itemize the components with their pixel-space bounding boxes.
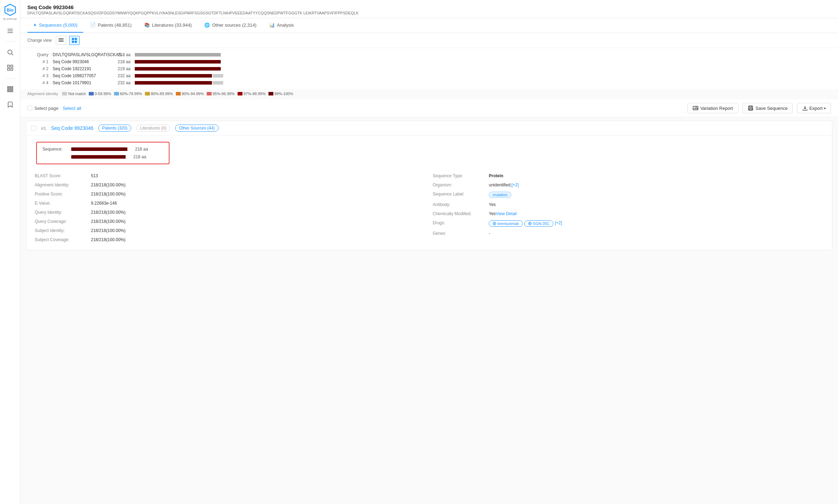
- seq-bar-2: [71, 155, 126, 159]
- drug-pill-sgn35c[interactable]: SGN-35C: [524, 220, 554, 227]
- detail-align-id-value: 218/218(100.00%): [91, 183, 126, 187]
- result-header: #1 Seq Code 9923046 Patents (320) Litera…: [26, 121, 832, 135]
- detail-query-cov-value: 218/218(100.00%): [91, 219, 126, 224]
- detail-positive-label: Positive Score:: [35, 192, 91, 197]
- mutation-badge: mutation: [489, 192, 511, 198]
- tab-literatures[interactable]: 📚 Literatures (33,944): [139, 18, 197, 33]
- search-icon[interactable]: [4, 46, 16, 59]
- detail-subject-coverage: Subject Coverage: 218/218(100.00%): [31, 235, 429, 244]
- align-size-4: 232 aa: [113, 80, 131, 85]
- grid-view-btn[interactable]: [69, 36, 80, 45]
- tab-other-sources[interactable]: 🌐 Other sources (2,314): [199, 18, 262, 33]
- legend-95-96: 95%-96.99%: [207, 92, 235, 96]
- align-bar-fill-4: [135, 81, 212, 85]
- legend-color-80-89: [145, 92, 150, 95]
- drug-icon-brentuximab: [493, 222, 496, 225]
- align-bar-fill-query: [135, 53, 221, 57]
- legend-text-60-79: 60%-79.99%: [120, 92, 142, 96]
- legend-90-94: 90%-94.99%: [176, 92, 204, 96]
- align-name-1: Seq Code 9923046: [53, 59, 109, 64]
- result-tag-literatures[interactable]: Literatures (0): [136, 125, 170, 132]
- seq-visualization-card: Sequence: 218 aa 218 aa: [36, 142, 169, 164]
- svg-rect-10: [11, 68, 13, 71]
- detail-positive-value: 218/218(100.00%): [91, 192, 126, 197]
- tabs-bar: ✦ Sequences (5,000) 📄 Patents (48,851) 📚…: [20, 18, 838, 33]
- detail-seq-label: Sequence Label: mutation: [429, 190, 827, 200]
- detail-subject-cov-label: Subject Coverage:: [35, 237, 91, 242]
- align-label-3: # 3: [27, 73, 48, 78]
- detail-chem-label: Chemically Modified:: [433, 211, 489, 216]
- tab-sequences[interactable]: ✦ Sequences (5,000): [27, 18, 83, 33]
- alignment-section: Query DIVLTQSPASLAVSLGQRATISCKAS... 218 …: [20, 48, 838, 89]
- drug-pill-brentuximab[interactable]: brentuximab: [489, 220, 523, 227]
- sequences-tab-icon: ✦: [33, 22, 37, 28]
- variation-report-icon: [693, 105, 698, 111]
- analytics-icon[interactable]: [4, 61, 16, 74]
- align-label-2: # 2: [27, 66, 48, 71]
- detail-seq-type-label: Sequence Type:: [433, 173, 489, 178]
- align-label-query: Query: [27, 52, 48, 57]
- detail-drugs: Drugs: brentuximab SGN-35C [+2]: [429, 218, 827, 229]
- patents-tab-label: Patents (48,851): [98, 22, 132, 28]
- legend-97-98: 97%-98.99%: [238, 92, 266, 96]
- align-bar-query: [135, 53, 831, 57]
- result-seq-code[interactable]: Seq Code 9923046: [51, 125, 93, 131]
- app-logo[interactable]: Bio by patsnap: [3, 3, 18, 18]
- legend-60-79: 60%-79.99%: [114, 92, 142, 96]
- legend-color-99-100: [268, 92, 273, 95]
- result-tag-patents[interactable]: Patents (320): [98, 125, 131, 132]
- bookmark-icon[interactable]: [4, 98, 16, 111]
- detail-antibody: Antibody: Yes: [429, 200, 827, 209]
- detail-chem-link[interactable]: View Detail: [496, 211, 517, 216]
- sidebar: Bio by patsnap: [0, 0, 20, 504]
- align-row-2: # 2 Seq Code 19222191 219 aa: [27, 66, 831, 71]
- menu-icon[interactable]: [4, 25, 16, 37]
- svg-rect-34: [749, 108, 752, 110]
- align-bar-fill-2: [135, 67, 221, 71]
- result-checkbox[interactable]: [31, 126, 36, 131]
- seq-row-2: 218 aa: [42, 154, 163, 159]
- tab-analysis[interactable]: 📊 Analysis: [264, 18, 299, 33]
- legend-text-80-89: 80%-89.99%: [151, 92, 173, 96]
- detail-chem-value: Yes: [489, 211, 496, 216]
- detail-antibody-label: Antibody:: [433, 202, 489, 207]
- export-icon: [802, 105, 808, 111]
- align-size-query: 218 aa: [113, 52, 131, 57]
- variation-report-btn[interactable]: Variation Report: [687, 103, 738, 113]
- detail-drugs-label: Drugs:: [433, 220, 489, 225]
- list-view-btn[interactable]: [56, 36, 66, 45]
- detail-align-id-label: Alignment Identity:: [35, 183, 91, 187]
- legend-text-0-59: 0-59.99%: [95, 92, 111, 96]
- grid-icon[interactable]: [4, 83, 16, 95]
- svg-rect-25: [72, 41, 74, 43]
- align-bar-4: [135, 81, 831, 85]
- main-content: Seq Code 9923046 DIVLTQSPASLAVSLGQRATISC…: [20, 0, 838, 504]
- legend-color-97-98: [238, 92, 242, 95]
- svg-point-5: [8, 50, 12, 54]
- save-sequence-btn[interactable]: Save Sequence: [743, 103, 793, 113]
- select-page-checkbox[interactable]: [27, 106, 32, 111]
- detail-organism-link[interactable]: [+2]: [512, 183, 519, 187]
- tab-patents[interactable]: 📄 Patents (48,851): [85, 18, 137, 33]
- drugs-extra-link[interactable]: [+2]: [555, 220, 562, 225]
- sidebar-divider-1: [5, 41, 15, 42]
- legend-text-97-98: 97%-98.99%: [244, 92, 266, 96]
- select-all-link[interactable]: Select all: [63, 106, 81, 111]
- svg-rect-7: [7, 65, 9, 67]
- detail-query-identity: Query Identity: 218/218(100.00%): [31, 208, 429, 217]
- analysis-tab-label: Analysis: [277, 22, 294, 28]
- other-sources-tab-icon: 🌐: [204, 22, 210, 28]
- align-name-4: Seq Code 10179901: [53, 80, 109, 85]
- align-size-3: 232 aa: [113, 73, 131, 78]
- result-tag-other-sources[interactable]: Other Sources (44): [175, 125, 219, 132]
- svg-rect-24: [75, 38, 77, 40]
- svg-rect-17: [7, 91, 8, 92]
- detail-subject-id-label: Subject Identity:: [35, 228, 91, 233]
- detail-blast-label: BLAST Score:: [35, 173, 91, 178]
- seq-code-sequence: DIVLTQSPASLAVSLGQRATISCKASQSVDFDGDSYMNWY…: [27, 11, 359, 15]
- export-btn[interactable]: Export ▾: [797, 103, 831, 113]
- save-sequence-icon: [748, 105, 753, 111]
- align-size-1: 218 aa: [113, 59, 131, 64]
- legend-0-59: 0-59.99%: [89, 92, 111, 96]
- seq-size-2: 218 aa: [133, 154, 146, 159]
